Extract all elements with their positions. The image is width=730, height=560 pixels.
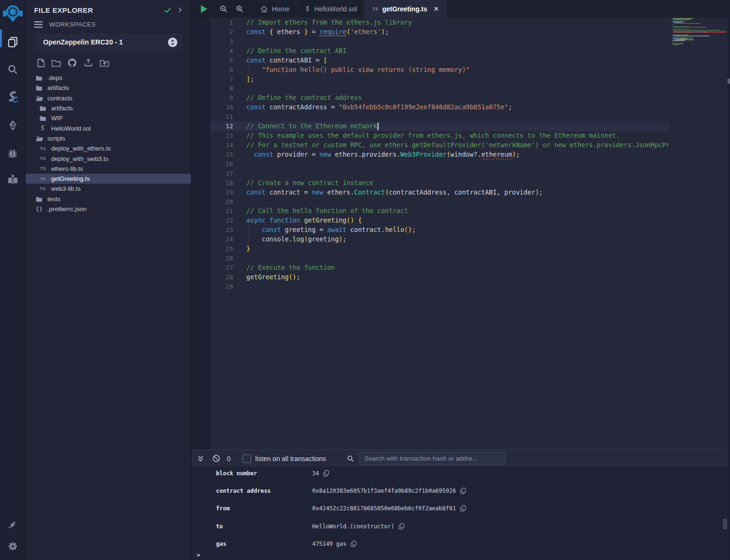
code-line-27[interactable]: 27// Execute the function bbox=[210, 263, 669, 273]
file-tree-item-deploy-with-web3-ts[interactable]: TSdeploy_with_web3.ts bbox=[26, 153, 191, 163]
remix-logo-icon[interactable] bbox=[0, 2, 25, 26]
code-line-24[interactable]: 24 console.log(greeting); bbox=[210, 235, 669, 244]
code-line-17[interactable]: 17 bbox=[210, 169, 669, 178]
learneth-icon[interactable] bbox=[0, 169, 25, 191]
terminal-search-input[interactable] bbox=[359, 452, 506, 465]
workspace-select[interactable]: OpenZeppelin ERC20 - 1 bbox=[36, 34, 182, 51]
code-line-3[interactable]: 3 bbox=[210, 37, 669, 46]
terminal-row-value: HelloWorld.(constructor) bbox=[312, 523, 394, 530]
new-folder-icon[interactable] bbox=[51, 59, 61, 67]
double-chevron-down-icon[interactable] bbox=[197, 455, 204, 462]
plugin-manager-icon[interactable] bbox=[0, 514, 25, 535]
code-line-22[interactable]: 22async function getGreeting() { bbox=[210, 216, 669, 225]
code-text: // This example uses the default provide… bbox=[233, 131, 669, 141]
zoom-out-icon[interactable] bbox=[219, 5, 228, 13]
tab-home[interactable]: Home bbox=[252, 0, 297, 18]
file-tree-item-getgreeting-ts[interactable]: TSgetGreeting.ts bbox=[26, 174, 191, 184]
copy-icon[interactable] bbox=[460, 505, 466, 512]
code-line-1[interactable]: 1// Import ethers from the ethers.js lib… bbox=[210, 18, 669, 27]
file-tree-item-ethers-lib-ts[interactable]: TSethers-lib.ts bbox=[26, 164, 191, 174]
close-tab-icon[interactable]: × bbox=[434, 5, 439, 13]
copy-icon[interactable] bbox=[460, 488, 466, 494]
line-number: 22 bbox=[210, 216, 233, 225]
file-tree-item-tests[interactable]: tests bbox=[26, 194, 191, 204]
file-tree-item--prettierrc-json[interactable]: {}.prettierrc.json bbox=[26, 204, 191, 214]
code-text: // Import ethers from the ethers.js libr… bbox=[233, 18, 669, 27]
code-line-28[interactable]: 28getGreeting(); bbox=[210, 273, 669, 282]
settings-icon[interactable] bbox=[0, 535, 25, 557]
file-tree-item-deploy-with-ethers-ts[interactable]: TSdeploy_with_ethers.ts bbox=[26, 143, 191, 153]
terminal-row-value: 0x42452c22c88178685850e68beb6cf0f2aeab8f… bbox=[312, 505, 456, 512]
zoom-in-icon[interactable] bbox=[235, 5, 244, 13]
code-line-21[interactable]: 21// Call the hello function of the cont… bbox=[210, 206, 669, 216]
file-name: tests bbox=[47, 196, 60, 203]
ban-icon[interactable] bbox=[212, 454, 220, 462]
hamburger-menu-icon[interactable] bbox=[34, 21, 43, 28]
transaction-count-badge: 0 bbox=[227, 455, 231, 462]
copy-icon[interactable] bbox=[351, 541, 357, 547]
line-number: 19 bbox=[210, 188, 233, 197]
upload-folder-icon[interactable] bbox=[99, 59, 109, 67]
file-tree-item-contracts[interactable]: contracts bbox=[26, 93, 191, 103]
code-text: } bbox=[233, 244, 669, 254]
line-number: 1 bbox=[210, 18, 233, 27]
code-line-13[interactable]: 13// This example uses the default provi… bbox=[210, 131, 669, 141]
new-file-icon[interactable] bbox=[37, 58, 45, 68]
code-line-5[interactable]: 5const contractABI = [ bbox=[210, 56, 669, 65]
minimap[interactable] bbox=[673, 18, 726, 46]
code-line-19[interactable]: 19const contract = new ethers.Contract(c… bbox=[210, 188, 669, 197]
upload-file-icon[interactable] bbox=[83, 58, 93, 68]
line-number: 2 bbox=[210, 27, 233, 37]
file-tree-item-scripts[interactable]: scripts bbox=[26, 133, 191, 143]
code-line-25[interactable]: 25} bbox=[210, 244, 669, 254]
listen-all-transactions-checkbox[interactable] bbox=[243, 454, 251, 463]
folder-closed-icon bbox=[35, 196, 43, 202]
page-scrollbar[interactable] bbox=[728, 0, 730, 560]
line-number: 17 bbox=[210, 169, 233, 178]
file-explorer-icon[interactable] bbox=[0, 31, 25, 53]
code-line-20[interactable]: 20 bbox=[210, 197, 669, 207]
copy-icon[interactable] bbox=[398, 523, 405, 530]
solidity-compiler-icon[interactable] bbox=[0, 87, 25, 109]
code-text: async function getGreeting() { bbox=[233, 216, 669, 225]
search-icon[interactable] bbox=[0, 59, 25, 80]
file-name: scripts bbox=[47, 135, 65, 142]
terminal-scrollbar[interactable] bbox=[723, 519, 727, 529]
code-line-8[interactable]: 8 bbox=[210, 84, 669, 93]
code-line-15[interactable]: 15 const provider = new ethers.providers… bbox=[210, 150, 669, 160]
code-line-14[interactable]: 14// For a testnet or custom RPC, use et… bbox=[210, 141, 669, 150]
check-icon[interactable] bbox=[163, 6, 172, 14]
file-tree-item-artifacts[interactable]: artifacts bbox=[26, 83, 191, 93]
debugger-icon[interactable] bbox=[0, 142, 25, 164]
tab-helloworld-sol[interactable]: HelloWorld.sol bbox=[297, 0, 365, 18]
code-editor[interactable]: 1// Import ethers from the ethers.js lib… bbox=[191, 18, 730, 450]
code-line-6[interactable]: 6 "function hello() public view returns … bbox=[210, 65, 669, 75]
file-tree-item-web3-lib-ts[interactable]: TSweb3-lib.ts bbox=[26, 184, 191, 194]
file-name: contracts bbox=[47, 95, 72, 102]
run-script-button[interactable] bbox=[199, 4, 208, 14]
code-line-7[interactable]: 7]; bbox=[210, 75, 669, 84]
code-line-16[interactable]: 16 bbox=[210, 160, 669, 169]
code-line-29[interactable]: 29 bbox=[210, 282, 669, 292]
file-tree-item-artifacts[interactable]: artifacts bbox=[26, 103, 191, 113]
code-line-9[interactable]: 9// Define the contract address bbox=[210, 93, 669, 103]
file-tree-item--deps[interactable]: .deps bbox=[26, 73, 191, 83]
code-line-2[interactable]: 2const { ethers } = require('ethers'); bbox=[210, 27, 669, 37]
code-line-23[interactable]: 23 const greeting = await contract.hello… bbox=[210, 225, 669, 235]
clone-github-icon[interactable] bbox=[67, 58, 77, 68]
code-line-26[interactable]: 26 bbox=[210, 254, 669, 263]
code-line-11[interactable]: 11 bbox=[210, 112, 669, 122]
file-name: .prettierrc.json bbox=[47, 205, 86, 213]
code-line-4[interactable]: 4// Define the contract ABI bbox=[210, 46, 669, 56]
copy-icon[interactable] bbox=[323, 470, 329, 477]
code-line-18[interactable]: 18// Create a new contract instance bbox=[210, 178, 669, 188]
code-line-12[interactable]: 12// Connect to the Ethereum network bbox=[210, 122, 669, 131]
chevron-right-icon[interactable] bbox=[177, 7, 183, 13]
tab-label: getGreeting.ts bbox=[382, 5, 427, 13]
terminal-body[interactable]: block number34contract address0x8a120383… bbox=[191, 467, 730, 560]
tab-getgreeting-ts[interactable]: TSgetGreeting.ts× bbox=[365, 0, 446, 18]
deploy-and-run-icon[interactable] bbox=[0, 115, 25, 136]
code-line-10[interactable]: 10const contractAddress = "0xb54febb5c0c… bbox=[210, 103, 669, 112]
file-tree-item-helloworld-sol[interactable]: HelloWorld.sol bbox=[26, 123, 191, 133]
file-tree-item-wip[interactable]: WIP bbox=[26, 113, 191, 123]
